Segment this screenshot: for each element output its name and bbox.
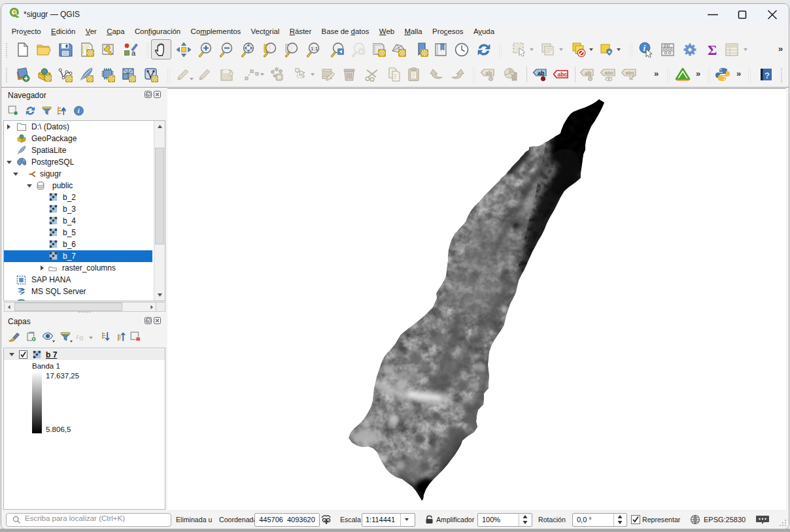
svg-text:ε: ε: [77, 333, 79, 340]
svg-text:i: i: [78, 107, 80, 114]
